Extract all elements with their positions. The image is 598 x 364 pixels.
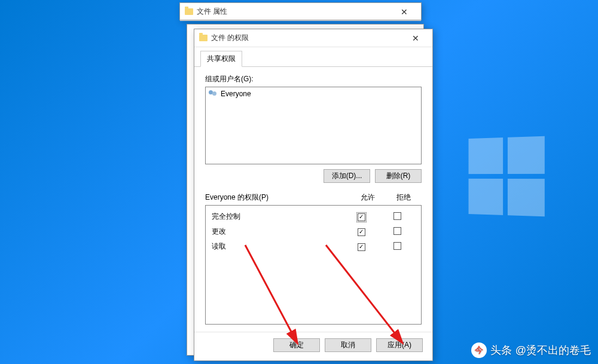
- allow-checkbox[interactable]: ✓: [358, 228, 365, 236]
- permissions-header: Everyone 的权限(P) 允许 拒绝: [205, 192, 422, 203]
- windows-desktop-logo: [468, 136, 544, 217]
- remove-button[interactable]: 删除(R): [375, 169, 422, 183]
- allow-checkbox[interactable]: ✓: [358, 243, 365, 251]
- close-icon[interactable]: ✕: [392, 5, 416, 19]
- deny-checkbox[interactable]: [393, 212, 401, 220]
- tab-strip: 共享权限: [194, 47, 432, 67]
- properties-window-back: 文件 属性 ✕: [179, 2, 422, 20]
- perm-name: 完全控制: [212, 212, 343, 222]
- list-item[interactable]: Everyone: [208, 89, 419, 99]
- perm-label: Everyone 的权限(P): [205, 192, 350, 203]
- tab-share-permissions[interactable]: 共享权限: [200, 51, 242, 67]
- users-listbox[interactable]: Everyone: [205, 87, 422, 164]
- user-name: Everyone: [221, 90, 251, 98]
- cancel-button[interactable]: 取消: [325, 338, 371, 352]
- allow-checkbox[interactable]: ✓: [358, 213, 365, 221]
- table-row: 完全控制 ✓: [206, 209, 421, 224]
- watermark-badge-icon: 今: [471, 342, 487, 358]
- deny-checkbox[interactable]: [393, 227, 401, 235]
- titlebar: 文件 的权限 ✕: [194, 29, 432, 47]
- groups-label: 组或用户名(G):: [205, 74, 422, 84]
- perm-name: 更改: [212, 227, 343, 237]
- watermark-author: @烫不出的卷毛: [515, 343, 591, 357]
- col-deny: 拒绝: [386, 192, 422, 203]
- close-button[interactable]: ✕: [404, 31, 428, 45]
- dialog-footer: 确定 取消 应用(A): [194, 332, 432, 360]
- apply-button[interactable]: 应用(A): [376, 338, 423, 352]
- deny-checkbox[interactable]: [393, 242, 401, 250]
- add-button[interactable]: 添加(D)...: [324, 169, 370, 183]
- permissions-dialog: 文件 的权限 ✕ 共享权限 组或用户名(G): Everyone 添加(D)..…: [194, 29, 433, 361]
- permissions-table: 完全控制 ✓ 更改 ✓ 读取 ✓: [205, 205, 422, 325]
- dialog-title: 文件 的权限: [211, 33, 400, 43]
- folder-icon: [185, 8, 193, 15]
- table-row: 读取 ✓: [206, 239, 421, 254]
- watermark: 今 头条 @烫不出的卷毛: [471, 342, 591, 358]
- col-allow: 允许: [350, 192, 386, 203]
- watermark-prefix: 头条: [490, 343, 512, 357]
- table-row: 更改 ✓: [206, 224, 421, 239]
- users-icon: [209, 90, 218, 98]
- folder-icon: [199, 35, 208, 41]
- window-title: 文件 属性: [197, 7, 389, 17]
- perm-name: 读取: [212, 241, 343, 252]
- ok-button[interactable]: 确定: [273, 338, 320, 352]
